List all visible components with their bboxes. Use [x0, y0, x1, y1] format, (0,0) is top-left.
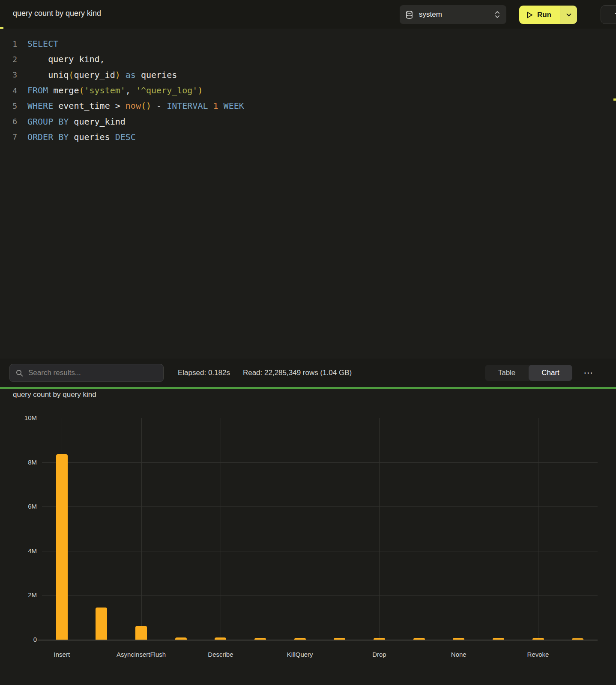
results-toolbar: Elapsed: 0.182s Read: 22,285,349 rows (1… — [0, 358, 616, 387]
chart-panel: query count by query kind 02M4M6M8M10MIn… — [0, 389, 616, 685]
x-axis-category-label: Revoke — [499, 651, 577, 658]
gridline-h — [42, 506, 598, 507]
progress-tick — [0, 27, 3, 29]
chart-view-button[interactable]: Chart — [529, 365, 572, 381]
code-text: query_kind, — [27, 54, 105, 64]
line-number: 5 — [0, 101, 17, 110]
code-line[interactable]: 6GROUP BY query_kind — [0, 113, 616, 129]
chart-bar[interactable] — [413, 638, 425, 640]
topbar: query count by query kind system — [0, 0, 616, 29]
chart-bar[interactable] — [532, 638, 544, 640]
chart-bar[interactable] — [294, 638, 306, 640]
chart-bar[interactable] — [334, 638, 345, 640]
code-text: FROM merge('system', '^query_log') — [27, 85, 203, 95]
database-icon — [406, 11, 413, 19]
line-number: 7 — [0, 132, 17, 141]
code-line[interactable]: 7ORDER BY queries DESC — [0, 129, 616, 145]
x-axis-category-label: None — [420, 651, 497, 658]
overview-ruler-mark — [613, 98, 616, 101]
gridline-h — [42, 551, 598, 551]
chart-bar[interactable] — [135, 626, 147, 640]
chart-bar[interactable] — [175, 637, 187, 640]
elapsed-stat: Elapsed: 0.182s — [178, 369, 230, 377]
chart-bar[interactable] — [254, 638, 266, 640]
code-text: WHERE event_time > now() - INTERVAL 1 WE… — [27, 101, 244, 111]
line-number: 6 — [0, 117, 17, 126]
x-axis-line — [38, 640, 598, 640]
chart-bar[interactable] — [215, 637, 226, 640]
gridline-h — [42, 595, 598, 596]
run-button-label: Run — [537, 11, 551, 19]
search-input[interactable] — [27, 368, 163, 378]
line-number: 3 — [0, 70, 17, 79]
y-axis-tick-label: 0 — [0, 636, 37, 643]
chart-bar[interactable] — [96, 608, 107, 640]
code-text: ORDER BY queries DESC — [27, 132, 136, 142]
x-axis-category-label: Drop — [341, 651, 418, 658]
code-area: 1SELECT2 query_kind,3 uniq(query_id) as … — [0, 36, 616, 145]
gridline-h — [42, 462, 598, 463]
search-icon — [16, 369, 23, 377]
code-text: SELECT — [27, 39, 58, 49]
run-button-group: Run — [519, 6, 577, 24]
x-axis-category-label: Insert — [23, 651, 100, 658]
code-line[interactable]: 1SELECT — [0, 36, 616, 51]
y-axis-tick-label: 6M — [0, 503, 37, 510]
run-button[interactable]: Run — [519, 6, 560, 24]
app-root: query count by query kind system — [0, 0, 616, 685]
x-axis-category-label: AsyncInsertFlush — [103, 651, 180, 658]
x-axis-category-label: Describe — [182, 651, 259, 658]
more-options-button[interactable]: ⋯ — [582, 368, 595, 378]
code-text: GROUP BY query_kind — [27, 116, 126, 127]
run-options-button[interactable] — [560, 6, 577, 24]
ai-assist-button[interactable] — [601, 5, 616, 24]
code-line[interactable]: 2 query_kind, — [0, 51, 616, 67]
gridline-h — [42, 418, 598, 418]
line-number: 4 — [0, 86, 17, 95]
search-box[interactable] — [9, 364, 164, 382]
database-selector[interactable]: system — [400, 5, 506, 24]
gridline-v — [379, 418, 380, 640]
table-view-button[interactable]: Table — [485, 365, 529, 381]
code-text: uniq(query_id) as queries — [27, 70, 177, 80]
sql-editor[interactable]: 1SELECT2 query_kind,3 uniq(query_id) as … — [0, 29, 616, 358]
y-axis-tick-label: 2M — [0, 591, 37, 599]
chart-bar[interactable] — [453, 638, 464, 640]
line-number: 1 — [0, 39, 17, 48]
view-toggle: Table Chart — [485, 365, 572, 381]
gridline-v — [459, 418, 459, 640]
gridline-v — [538, 418, 538, 640]
code-line[interactable]: 3 uniq(query_id) as queries — [0, 67, 616, 83]
line-number: 2 — [0, 55, 17, 64]
gridline-v — [221, 418, 221, 640]
sparkles-icon — [614, 9, 616, 20]
y-axis-tick-label: 4M — [0, 547, 37, 554]
chart-bar[interactable] — [493, 638, 504, 640]
y-axis-tick-label: 10M — [0, 414, 37, 421]
chart-bar[interactable] — [572, 638, 583, 640]
gridline-v — [300, 418, 300, 640]
query-title: query count by query kind — [13, 9, 101, 18]
chevron-down-icon — [566, 13, 571, 17]
gridline-v — [141, 418, 142, 640]
x-axis-category-label: KillQuery — [261, 651, 338, 658]
chart-bar[interactable] — [56, 454, 68, 640]
code-line[interactable]: 5WHERE event_time > now() - INTERVAL 1 W… — [0, 98, 616, 113]
play-icon — [526, 11, 533, 19]
code-line[interactable]: 4FROM merge('system', '^query_log') — [0, 83, 616, 98]
chevron-updown-icon — [494, 10, 500, 19]
chart-bar[interactable] — [374, 638, 385, 640]
read-stat: Read: 22,285,349 rows (1.04 GB) — [243, 369, 352, 377]
chart-title: query count by query kind — [13, 390, 96, 399]
y-axis-tick-label: 8M — [0, 459, 37, 466]
database-selector-value: system — [419, 10, 442, 19]
